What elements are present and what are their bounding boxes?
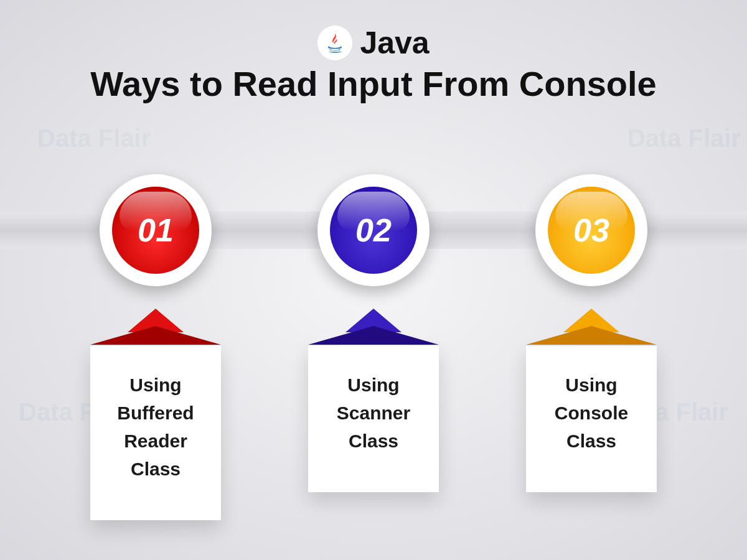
java-logo-icon [317, 26, 352, 60]
watermark: Data Flair [627, 124, 741, 152]
step-card-3: Using Console Class [526, 346, 657, 492]
header: Java Ways to Read Input From Console [0, 0, 747, 104]
step-2: 02 Using Scanner Class [308, 174, 439, 520]
step-number-3: 03 [548, 187, 635, 274]
watermark: Data Flair [37, 124, 151, 152]
title-java: Java [360, 25, 429, 61]
step-number-2: 02 [330, 187, 417, 274]
step-card-2: Using Scanner Class [308, 346, 439, 492]
step-circle-2: 02 [317, 174, 430, 286]
step-card-1: Using Buffered Reader Class [90, 346, 221, 520]
arrow-icon-3 [526, 309, 657, 346]
step-1: 01 Using Buffered Reader Class [90, 174, 221, 520]
step-number-1: 01 [112, 187, 199, 274]
steps-row: 01 Using Buffered Reader Class 02 Using … [0, 174, 747, 520]
arrow-icon-1 [90, 309, 221, 346]
step-circle-3: 03 [535, 174, 647, 286]
subtitle: Ways to Read Input From Console [0, 63, 747, 104]
step-circle-1: 01 [100, 174, 212, 286]
arrow-icon-2 [308, 309, 439, 346]
step-3: 03 Using Console Class [526, 174, 657, 520]
